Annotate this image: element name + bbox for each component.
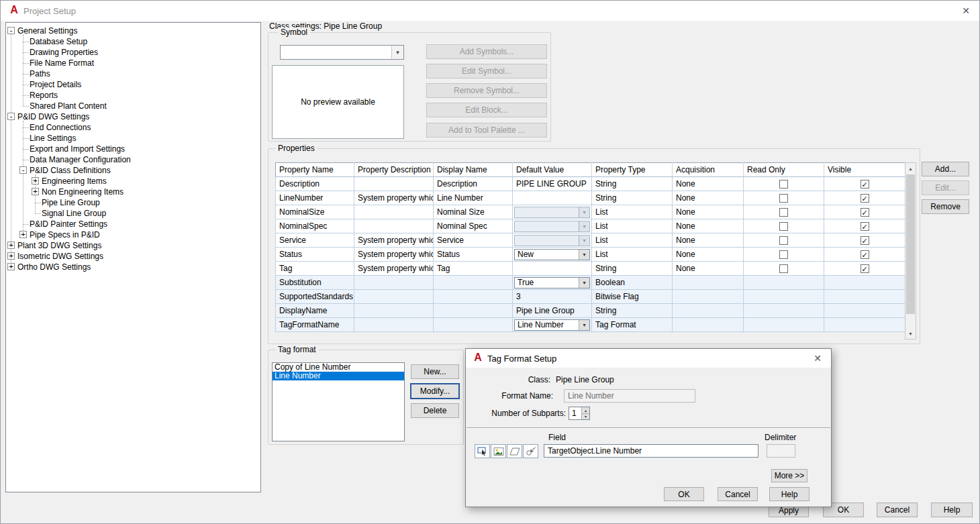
tag-format-modify-button[interactable]: Modify... [411,384,459,399]
expand-icon[interactable]: + [32,188,39,195]
column-header-property-description[interactable]: Property Description [354,163,434,177]
spin-up-icon[interactable]: ▴ [581,407,589,414]
tree-item-file-name-format[interactable]: File Name Format [6,58,260,68]
remove-symbol-button[interactable]: Remove Symbol... [426,83,547,98]
tree-item-p-id-painter-settings[interactable]: P&ID Painter Settings [6,219,260,229]
property-row-status[interactable]: StatusSystem property whic...StatusNew▾L… [276,248,905,262]
tree-item-pipe-specs-in-p-id[interactable]: +Pipe Specs in P&ID [6,229,260,240]
subparts-spinner[interactable]: 1 ▴ ▾ [569,407,590,420]
tree-item-general-settings[interactable]: -General Settings [6,25,260,36]
close-icon[interactable]: ✕ [814,353,822,364]
collapse-icon[interactable]: - [7,27,15,34]
checkbox-unchecked[interactable] [779,250,788,259]
properties-scrollbar[interactable]: ▲ ▼ [905,162,916,339]
tag-format-delete-button[interactable]: Delete [411,403,459,418]
symbol-dropdown[interactable]: ▾ [280,45,404,60]
tag-format-item-line-number[interactable]: Line Number [273,372,404,380]
pick-field-button[interactable] [523,444,538,458]
tree-item-ortho-dwg-settings[interactable]: +Ortho DWG Settings [6,262,260,272]
modal-ok-button[interactable]: OK [664,487,704,501]
tree-item-end-connections[interactable]: End Connections [6,122,260,133]
tag-format-list[interactable]: Copy of Line NumberLine Number [272,362,405,441]
modal-help-button[interactable]: Help [769,487,810,501]
more-button[interactable]: More >> [771,469,807,482]
checkbox-checked[interactable]: ✓ [861,264,869,273]
expand-icon[interactable]: + [7,252,15,260]
tree-item-database-setup[interactable]: Database Setup [6,36,260,47]
tree-item-paths[interactable]: Paths [6,68,260,79]
expand-icon[interactable]: + [7,263,15,270]
property-row-service[interactable]: ServiceSystem property whic...Service▾Li… [276,233,905,248]
expand-icon[interactable]: + [7,242,15,249]
column-header-read-only[interactable]: Read Only [744,163,824,177]
tree-item-reports[interactable]: Reports [6,90,260,101]
tree-item-project-details[interactable]: Project Details [6,79,260,90]
scroll-up-icon[interactable]: ▲ [905,163,916,174]
edit-block-button[interactable]: Edit Block... [426,103,547,117]
expand-icon[interactable]: + [19,231,27,238]
field-input[interactable]: TargetObject.Line Number [544,444,758,458]
column-header-property-type[interactable]: Property Type [592,163,673,177]
tree-item-line-settings[interactable]: Line Settings [6,133,260,144]
property-edit-button[interactable]: Edit... [922,180,969,195]
checkbox-checked[interactable]: ✓ [861,194,869,203]
checkbox-unchecked[interactable] [779,208,788,217]
tree-item-p-id-dwg-settings[interactable]: -P&ID DWG Settings [6,111,260,122]
tree-item-shared-plant-content[interactable]: Shared Plant Content [6,101,260,111]
tree-item-drawing-properties[interactable]: Drawing Properties [6,47,260,58]
edit-symbol-button[interactable]: Edit Symbol... [426,64,547,78]
property-add-button[interactable]: Add... [922,162,969,176]
property-row-nominalsize[interactable]: NominalSizeNominal Size▾ListNone✓ [276,205,905,219]
tree-item-non-engineering-items[interactable]: +Non Engineering Items [6,187,260,197]
property-row-substitution[interactable]: SubstitutionTrue▾Boolean [276,276,905,290]
select-field-button[interactable] [475,444,490,458]
column-header-acquisition[interactable]: Acquisition [673,163,744,177]
checkbox-checked[interactable]: ✓ [861,250,869,259]
checkbox-checked[interactable]: ✓ [861,236,869,245]
tree-item-plant-3d-dwg-settings[interactable]: +Plant 3D DWG Settings [6,240,260,251]
checkbox-unchecked[interactable] [779,264,788,273]
add-symbols-button[interactable]: Add Symbols... [426,44,547,59]
tree-item-signal-line-group[interactable]: Signal Line Group [6,208,260,219]
tree-item-engineering-items[interactable]: +Engineering Items [6,176,260,187]
property-row-linenumber[interactable]: LineNumberSystem property whic...Line Nu… [276,191,905,205]
image-field-button[interactable] [491,444,506,458]
collapse-icon[interactable]: - [19,166,27,174]
property-row-supportedstandards[interactable]: SupportedStandards3Bitwise Flag [276,290,905,304]
block-field-button[interactable] [507,444,522,458]
property-remove-button[interactable]: Remove [922,199,969,214]
tree-item-isometric-dwg-settings[interactable]: +Isometric DWG Settings [6,251,260,262]
scrollbar-thumb[interactable] [906,174,915,314]
checkbox-unchecked[interactable] [779,180,788,189]
column-header-visible[interactable]: Visible [824,163,905,177]
tree-item-data-manager-configuration[interactable]: Data Manager Configuration [6,154,260,165]
property-row-tag[interactable]: TagSystem property whic...TagStringNone✓ [276,262,905,276]
default-value-dropdown[interactable]: New▾ [514,249,590,260]
default-value-dropdown[interactable]: True▾ [514,277,590,289]
format-name-input[interactable]: Line Number [564,389,695,403]
checkbox-checked[interactable]: ✓ [861,180,869,189]
tag-format-new-button[interactable]: New... [411,364,459,379]
checkbox-checked[interactable]: ✓ [861,208,869,217]
expand-icon[interactable]: + [32,177,39,185]
property-row-displayname[interactable]: DisplayNamePipe Line GroupString [276,304,905,318]
tree-item-pipe-line-group[interactable]: Pipe Line Group [6,197,260,208]
tree-item-export-and-import-settings[interactable]: Export and Import Settings [6,144,260,154]
checkbox-unchecked[interactable] [779,222,788,231]
spin-down-icon[interactable]: ▾ [581,414,589,420]
checkbox-unchecked[interactable] [779,236,788,245]
help-button[interactable]: Help [931,503,973,517]
checkbox-unchecked[interactable] [779,194,788,203]
tree-item-p-id-class-definitions[interactable]: -P&ID Class Definitions [6,165,260,176]
column-header-default-value[interactable]: Default Value [513,163,592,177]
property-row-nominalspec[interactable]: NominalSpecNominal Spec▾ListNone✓ [276,219,905,233]
checkbox-checked[interactable]: ✓ [861,222,869,231]
scroll-down-icon[interactable]: ▼ [905,328,916,339]
delimiter-input[interactable] [767,444,795,458]
modal-cancel-button[interactable]: Cancel [718,487,758,501]
add-to-tool-palette-button[interactable]: Add to Tool Palette ... [426,123,547,138]
column-header-property-name[interactable]: Property Name [276,163,354,177]
property-row-tagformatname[interactable]: TagFormatNameLine Number▾Tag Format [276,318,905,332]
collapse-icon[interactable]: - [7,113,15,120]
default-value-dropdown[interactable]: Line Number▾ [514,319,590,331]
